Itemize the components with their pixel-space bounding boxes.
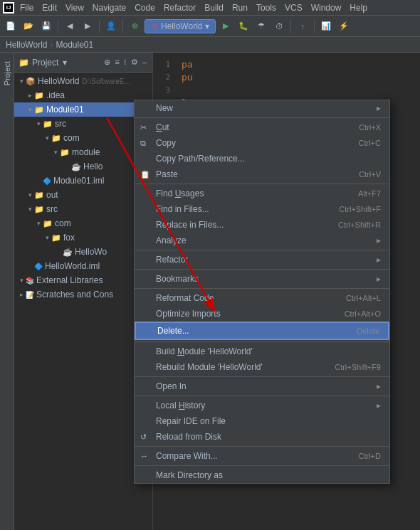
minimize-btn[interactable]: – <box>141 56 148 68</box>
ctx-rebuild-module[interactable]: Rebuild Module 'HelloWorld' Ctrl+Shift+F… <box>135 359 389 375</box>
ctx-reload[interactable]: ↺ Reload from Disk <box>135 429 389 445</box>
settings-btn[interactable]: ⚙ <box>130 56 140 68</box>
stats-btn[interactable]: 📊 <box>318 18 334 34</box>
run-btn[interactable]: ▶ <box>218 18 233 34</box>
new-file-btn[interactable]: 📄 <box>3 18 19 34</box>
tree-label-scratches: Scratches and Cons <box>36 290 113 300</box>
project-side-tab[interactable]: Project <box>1 55 13 91</box>
expand-btn[interactable]: ⁞ <box>122 56 128 68</box>
power-btn[interactable]: ⚡ <box>336 18 352 34</box>
tree-item-hellowo[interactable]: ☕ HelloWo <box>14 245 152 259</box>
tree-item-com1[interactable]: ▾ 📁 com <box>14 131 152 145</box>
folder-icon: 📁 <box>34 105 44 115</box>
folder-blue-icon: 📦 <box>26 77 36 86</box>
ctx-optimize[interactable]: Optimize Imports Ctrl+Alt+O <box>135 306 389 322</box>
back-btn[interactable]: ◀ <box>62 18 78 34</box>
tree-item-fox[interactable]: ▾ 📁 fox <box>14 230 152 245</box>
collapse-btn[interactable]: ≡ <box>113 56 120 68</box>
ctx-cut[interactable]: ✂ Cut Ctrl+X <box>135 120 389 135</box>
tree-label-src1: src <box>55 119 66 129</box>
ctx-open-in[interactable]: Open In ▸ <box>135 378 389 394</box>
lib-icon: 📚 <box>26 277 34 285</box>
tree-label-hello: Hello <box>83 161 103 171</box>
ctx-paste[interactable]: 📋 Paste Ctrl+V <box>135 166 389 182</box>
no-run-icon: ✕ <box>151 21 158 31</box>
iml-icon2: 🔷 <box>34 263 43 270</box>
tree-item-helloworld-iml[interactable]: 🔷 HelloWorld.iml <box>14 259 152 273</box>
menu-bar: IJ File Edit View Navigate Code Refactor… <box>0 0 420 16</box>
ctx-repair-ide[interactable]: Repair IDE on File <box>135 413 389 429</box>
menu-view[interactable]: View <box>61 1 88 14</box>
ctx-find-usages[interactable]: Find Usages Alt+F7 <box>135 186 389 201</box>
menu-refactor[interactable]: Refactor <box>159 1 200 14</box>
menu-help[interactable]: Help <box>345 1 372 14</box>
ctx-new[interactable]: New ▸ <box>135 100 389 116</box>
tree-item-out[interactable]: ▾ 📁 out <box>14 188 152 202</box>
ctx-copy[interactable]: ⧉ Copy Ctrl+C <box>135 135 389 151</box>
ctx-compare-shortcut: Ctrl+D <box>359 452 381 460</box>
open-btn[interactable]: 📂 <box>21 18 36 34</box>
tree-item-ext-libs[interactable]: ▾ 📚 External Libraries <box>14 273 152 287</box>
tree-item-hello-java[interactable]: ☕ Hello <box>14 159 152 174</box>
ctx-delete[interactable]: Delete... Delete <box>135 322 389 340</box>
run-config-selector[interactable]: ✕ HelloWorld ▾ <box>145 19 216 33</box>
ctx-find-files[interactable]: Find in Files... Ctrl+Shift+F <box>135 201 389 217</box>
menu-run[interactable]: Run <box>228 1 252 14</box>
profile-btn[interactable]: ⏱ <box>271 18 287 34</box>
debug-btn[interactable]: 🐛 <box>236 18 251 34</box>
ctx-local-history[interactable]: Local History ▸ <box>135 398 389 413</box>
ctx-refactor[interactable]: Refactor ▸ <box>135 252 389 267</box>
tree-label-com1: com <box>63 133 80 143</box>
tree-item-module01-iml[interactable]: 🔷 Module01.iml <box>14 174 152 188</box>
tree-label-src2: src <box>46 204 58 214</box>
menu-build[interactable]: Build <box>200 1 228 14</box>
tree-item-com2[interactable]: ▾ 📁 com <box>14 216 152 230</box>
folder-icon: 📁 <box>43 120 53 129</box>
tree-item-helloworld[interactable]: ▾ 📦 HelloWorld D:\SoftwareE... <box>14 74 152 88</box>
tree-item-src1[interactable]: ▾ 📁 src <box>14 117 152 131</box>
tree-item-scratches[interactable]: ▸ 📝 Scratches and Cons <box>14 287 152 302</box>
folder-icon: 📁 <box>51 233 61 243</box>
tree-item-module01[interactable]: ▾ 📁 Module01 <box>14 102 152 117</box>
ctx-compare-icon: ↔ <box>140 452 153 460</box>
java-file-icon: ☕ <box>71 162 81 171</box>
menu-edit[interactable]: Edit <box>38 1 61 14</box>
tree-item-idea[interactable]: ▸ 📁 .idea <box>14 88 152 102</box>
arrow: ▾ <box>17 277 26 284</box>
ctx-build-module[interactable]: Build Module 'HelloWorld' <box>135 344 389 359</box>
menu-window[interactable]: Window <box>307 1 346 14</box>
ctx-copy-path[interactable]: Copy Path/Reference... <box>135 151 389 166</box>
breadcrumb-root[interactable]: HelloWorld <box>6 40 47 50</box>
ctx-compare[interactable]: ↔ Compare With... Ctrl+D <box>135 448 389 464</box>
coverage-btn[interactable]: ☂ <box>253 18 269 34</box>
ctx-sep10 <box>135 465 389 466</box>
ctx-reformat[interactable]: Reformat Code Ctrl+Alt+L <box>135 290 389 306</box>
ctx-reformat-label: Reformat Code <box>156 293 346 303</box>
tree-label-ext-libs: External Libraries <box>36 275 103 285</box>
user-btn[interactable]: 👤 <box>103 18 119 34</box>
save-btn[interactable]: 💾 <box>38 18 54 34</box>
ctx-find-files-label: Find in Files... <box>156 204 339 214</box>
breadcrumb-child[interactable]: Module01 <box>56 40 93 50</box>
tree-label-module01-iml: Module01.iml <box>53 176 104 186</box>
menu-file[interactable]: File <box>16 1 38 14</box>
ctx-delete-shortcut: Delete <box>357 327 379 335</box>
tree-item-module-pkg[interactable]: ▾ 📁 module <box>14 145 152 159</box>
code-line-3 <box>182 84 414 97</box>
code-line-1: pa <box>182 58 414 71</box>
menu-vcs[interactable]: VCS <box>280 1 307 14</box>
git-btn[interactable]: ⊕ <box>127 18 142 34</box>
tree-item-src2[interactable]: ▾ 📁 src <box>14 202 152 216</box>
ctx-bookmarks[interactable]: Bookmarks ▸ <box>135 271 389 287</box>
ctx-analyze[interactable]: Analyze ▸ <box>135 233 389 248</box>
git-update-btn[interactable]: ↑ <box>295 18 310 34</box>
tree-label-module-pkg: module <box>72 147 100 157</box>
menu-navigate[interactable]: Navigate <box>88 1 130 14</box>
forward-btn[interactable]: ▶ <box>80 18 95 34</box>
menu-code[interactable]: Code <box>130 1 159 14</box>
ctx-replace-files[interactable]: Replace in Files... Ctrl+Shift+R <box>135 217 389 233</box>
ctx-mark-dir[interactable]: Mark Directory as <box>135 467 389 483</box>
scope-btn[interactable]: ⊕ <box>103 56 112 68</box>
menu-tools[interactable]: Tools <box>252 1 280 14</box>
project-panel-dropdown-icon[interactable]: ▾ <box>63 58 67 68</box>
